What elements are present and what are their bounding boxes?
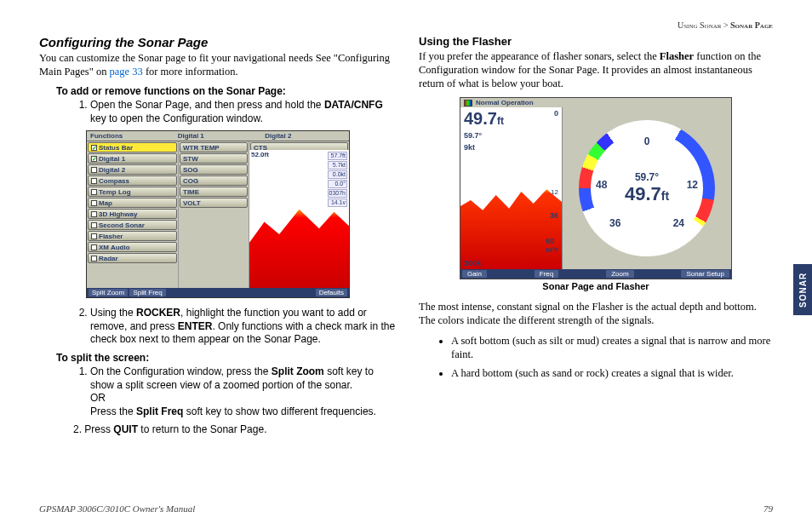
cfg-func-item: Radar [88,253,177,263]
subhead-using-flasher: Using the Flasher [419,35,773,48]
manual-title: GPSMAP 3006C/3010C Owner's Manual [39,503,195,514]
bullet-soft-bottom: A soft bottom (such as silt or mud) crea… [451,334,773,361]
cfg-func-item: XM Audio [88,242,177,252]
left-column: Configuring the Sonar Page You can custo… [39,35,397,440]
split-step-2: 2. Press QUIT to return to the Sonar Pag… [73,423,397,435]
flasher-explain: The most intense, constant signal on the… [419,300,773,327]
page-footer: GPSMAP 3006C/3010C Owner's Manual 79 [39,503,773,514]
step-2: Using the ROCKER, highlight the function… [90,307,397,347]
cfg-func-item: Second Sonar [88,220,177,230]
cfg-func-item: 3D Highway [88,209,177,219]
step-1: Open the Sonar Page, and then press and … [90,99,397,125]
cfg-func-item: Map [88,198,177,208]
cfg-func-item: Flasher [88,231,177,241]
cfg-col-header-d1: Digital 1 [174,131,262,141]
right-column: Using the Flasher If you prefer the appe… [419,35,773,440]
softkey-zoom: Zoom [606,270,633,278]
softkey-gain: Gain [462,270,487,278]
cfg-func-item: Temp Log [88,187,177,197]
breadcrumb: Using Sonar > Sonar Page [39,20,773,30]
softkey-split-zoom: Split Zoom [89,289,128,296]
cfg-func-item: Compass [88,175,177,186]
cfg-func-item: Digital 2 [88,164,177,175]
page-number: 79 [763,503,773,514]
cfg-d1-item: COG [180,175,248,186]
softkey-sonar-setup: Sonar Setup [681,270,729,278]
cfg-d1-item: SOG [180,164,248,175]
flasher-intro: If you prefer the appearance of flasher … [419,49,773,90]
page-link[interactable]: page 33 [110,66,143,78]
softkey-freq: Freq [535,270,558,278]
section-title-configuring: Configuring the Sonar Page [39,35,397,49]
satellite-icon [464,100,472,106]
split-step-1: On the Configuration window, press the S… [90,365,397,418]
cfg-sonar-preview: 52.0ft 57.7ft5.7kt0.0kt0.0°0307h14.1v [249,150,349,288]
cfg-col-header-d2: Digital 2 [261,131,349,141]
softkey-defaults: Defaults [316,289,347,296]
bullet-hard-bottom: A hard bottom (such as sand or rock) cre… [451,366,773,380]
section-tab-sonar: SONAR [793,264,812,315]
cfg-softkeys: Split Zoom Split Freq Defaults [87,288,349,297]
cfg-func-item: ✓Digital 1 [88,153,177,164]
subhead-add-remove: To add or remove functions on the Sonar … [56,85,397,97]
figure-caption: Sonar Page and Flasher [419,281,773,291]
cfg-d1-item: WTR TEMP [180,142,248,152]
cfg-d1-item: STW [180,153,248,164]
cfg-func-item: ✓Status Bar [88,142,177,152]
softkey-split-freq: Split Freq [129,289,165,296]
intro-para: You can customize the Sonar page to fit … [39,51,397,78]
cfg-d1-item: TIME [180,187,248,197]
flasher-figure: Normal Operation 49.7ft 59.7° 9kt 0 12 3… [460,97,732,279]
sonar-strip: 49.7ft 59.7° 9kt 0 12 36 6064°F 200k [460,107,563,269]
subhead-split: To split the screen: [56,352,397,364]
configuration-window-figure: Functions Digital 1 Digital 2 ✓Status Ba… [86,130,350,298]
cfg-d1-item: VOLT [180,198,248,208]
flasher-ring-panel: 0 12 24 36 48 59.7° 49.7ft [563,107,731,269]
cfg-col-header-functions: Functions [87,131,174,141]
